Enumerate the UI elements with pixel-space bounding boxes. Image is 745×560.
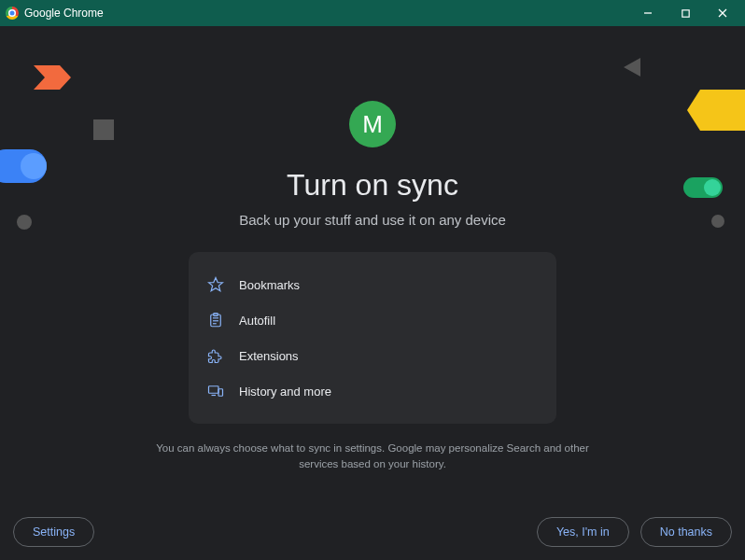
close-button[interactable] — [713, 4, 732, 22]
minimize-button[interactable] — [639, 4, 657, 22]
svg-marker-7 — [209, 278, 223, 291]
footer-right: Yes, I'm in No thanks — [537, 517, 732, 547]
titlebar-left: Google Chrome — [6, 7, 104, 20]
titlebar: Google Chrome — [0, 0, 745, 26]
chrome-icon — [6, 7, 19, 20]
sync-item-extensions: Extensions — [207, 338, 538, 373]
accept-button[interactable]: Yes, I'm in — [537, 517, 629, 547]
sync-item-label: Bookmarks — [239, 278, 300, 292]
sync-item-history: History and more — [207, 373, 538, 409]
maximize-button[interactable] — [676, 4, 695, 22]
main-content: M Turn on sync Back up your stuff and us… — [0, 26, 745, 560]
sync-item-label: History and more — [239, 385, 331, 399]
devices-icon — [207, 383, 224, 399]
window-controls — [639, 4, 741, 22]
star-icon — [207, 276, 224, 293]
disclaimer-text: You can always choose what to sync in se… — [148, 441, 597, 473]
sync-item-autofill: Autofill — [207, 302, 538, 338]
avatar: M — [349, 101, 396, 147]
puzzle-icon — [207, 347, 224, 364]
avatar-initial: M — [362, 110, 383, 139]
decline-button[interactable]: No thanks — [640, 517, 732, 547]
sync-item-bookmarks: Bookmarks — [207, 267, 538, 302]
sync-item-label: Autofill — [239, 314, 275, 328]
svg-rect-15 — [218, 389, 223, 397]
sync-items-card: Bookmarks Autofill Extensions History an… — [189, 252, 556, 424]
svg-rect-1 — [682, 9, 688, 16]
window-title: Google Chrome — [24, 7, 104, 20]
sync-item-label: Extensions — [239, 349, 299, 363]
footer: Settings Yes, I'm in No thanks — [0, 517, 745, 547]
svg-rect-13 — [209, 386, 219, 394]
settings-button[interactable]: Settings — [13, 517, 94, 547]
page-title: Turn on sync — [287, 168, 458, 203]
page-subtitle: Back up your stuff and use it on any dev… — [239, 212, 506, 228]
clipboard-icon — [207, 312, 224, 329]
